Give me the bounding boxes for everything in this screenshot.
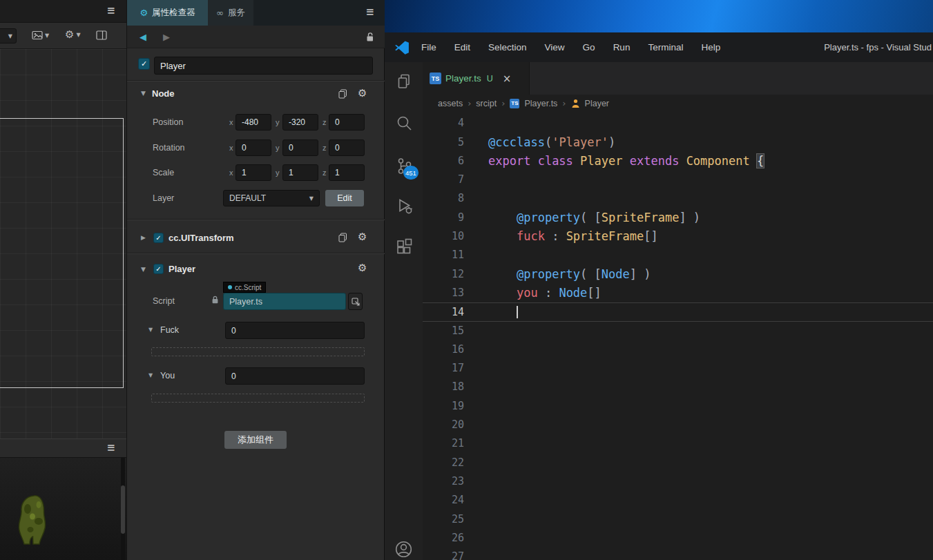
axis-z-label: z [323,168,327,177]
source-control-icon[interactable]: 451 [385,149,423,182]
player-enabled-checkbox[interactable]: ✓ [153,264,164,274]
code-line-24[interactable]: 24 [423,491,933,510]
menu-terminal[interactable]: Terminal [639,42,692,52]
code-line-15[interactable]: 15 [423,322,933,340]
menu-go[interactable]: Go [574,42,604,52]
tab-service[interactable]: ∞ 服务 [208,0,253,26]
preview-scrollbar-thumb[interactable] [121,485,125,534]
position-x-input[interactable] [235,114,271,131]
code-line-23[interactable]: 23 [423,472,933,491]
layer-value: DEFAULT [229,193,266,203]
unlock-icon[interactable] [365,32,374,42]
code-line-21[interactable]: 21 [423,434,933,453]
scale-x-input[interactable] [235,164,271,181]
code-line-12[interactable]: 12 @property( [Node] ) [423,265,933,284]
explorer-icon[interactable] [385,65,423,98]
uitransform-enabled-checkbox[interactable]: ✓ [153,233,164,243]
collapse-icon[interactable]: ▼ [141,266,146,273]
divider [127,219,385,220]
layer-edit-button[interactable]: Edit [325,190,364,206]
history-forward-icon[interactable]: ▶ [163,32,170,42]
code-line-17[interactable]: 17 [423,359,933,378]
position-y-input[interactable] [282,114,318,131]
code-line-27[interactable]: 27 [423,548,933,560]
picker-icon [352,298,360,306]
menu-view[interactable]: View [536,42,574,52]
gizmo-view-dropdown[interactable]: ▼ [32,30,49,41]
tab-player-ts[interactable]: TS Player.ts U × [423,62,530,95]
add-component-button[interactable]: 添加组件 [224,431,287,449]
copy-component-icon[interactable] [338,89,347,99]
code-line-4[interactable]: 4 [423,114,933,133]
copy-component-icon[interactable] [338,233,347,242]
account-icon[interactable] [385,532,423,560]
code-line-25[interactable]: 25 [423,510,933,529]
breadcrumb-symbol[interactable]: Player [585,99,609,108]
rotation-y-input[interactable] [282,139,318,156]
panel-menu-icon[interactable]: ≡ [106,6,115,16]
search-icon[interactable] [385,106,423,139]
tab-inspector-label: 属性检查器 [152,7,195,19]
menu-file[interactable]: File [412,42,445,52]
scale-y-input[interactable] [282,164,318,181]
node-settings-gear-icon[interactable]: ⚙ [358,88,367,99]
script-picker-button[interactable] [348,293,363,310]
collapse-icon[interactable]: ▼ [141,90,146,97]
code-line-22[interactable]: 22 [423,454,933,472]
panel-menu-icon[interactable]: ≡ [365,7,374,17]
scene-settings-dropdown[interactable]: ⚙ ▼ [65,28,81,41]
code-line-10[interactable]: 10 fuck : SpriteFrame[] [423,227,933,246]
position-z-input[interactable] [329,114,365,131]
scale-z-input[interactable] [329,164,365,181]
uitransform-gear-icon[interactable]: ⚙ [358,232,367,242]
code-line-18[interactable]: 18 [423,378,933,396]
code-editor[interactable]: 3const { ccclass, property } = _decorato… [423,112,933,560]
tab-inspector[interactable]: ⚙ 属性检查器 [127,0,208,26]
extensions-icon[interactable] [385,231,423,264]
code-line-7[interactable]: 7 [423,171,933,189]
code-line-11[interactable]: 11 [423,246,933,264]
code-line-9[interactable]: 9 @property( [SpriteFrame] ) [423,209,933,227]
code-line-5[interactable]: 5@ccclass('Player') [423,133,933,152]
menu-selection[interactable]: Selection [479,42,536,52]
line-number: 25 [423,510,464,529]
code-line-6[interactable]: 6export class Player extends Component { [423,152,933,171]
text-cursor [517,306,518,318]
expand-icon[interactable]: ▶ [141,234,146,241]
node-active-checkbox[interactable]: ✓ [138,58,150,70]
rotation-x-input[interactable] [235,139,271,156]
line-number: 26 [423,529,464,548]
code-line-16[interactable]: 16 [423,340,933,359]
code-line-13[interactable]: 13 you : Node[] [423,284,933,302]
run-debug-icon[interactable] [385,189,423,222]
rotation-z-input[interactable] [329,139,365,156]
breadcrumb-assets[interactable]: assets [438,99,463,108]
close-icon[interactable]: × [503,73,512,85]
breadcrumb-file[interactable]: Player.ts [524,99,557,108]
menu-run[interactable]: Run [604,42,639,52]
layer-dropdown[interactable]: DEFAULT ▼ [223,190,320,206]
collapse-icon[interactable]: ▼ [148,372,153,378]
breadcrumb-srcipt[interactable]: srcipt [476,99,497,108]
code-line-8[interactable]: 8 [423,189,933,208]
code-line-26[interactable]: 26 [423,529,933,548]
prop-fuck-input[interactable] [225,322,365,339]
scene-mode-dropdown[interactable]: ▼ [0,28,17,44]
layout-panel-button[interactable] [96,30,107,41]
scene-viewport[interactable] [0,49,126,438]
menu-help[interactable]: Help [692,42,729,52]
prop-you-input[interactable] [225,367,365,385]
menu-edit[interactable]: Edit [445,42,479,52]
collapse-icon[interactable]: ▼ [148,327,153,333]
code-line-19[interactable]: 19 [423,397,933,416]
vscode-titlebar[interactable] [385,0,933,32]
node-name-input[interactable] [154,57,373,75]
component-dot-icon [228,285,232,289]
code-line-14[interactable]: 14 [423,302,933,321]
code-line-20[interactable]: 20 [423,416,933,434]
history-back-icon[interactable]: ◀ [140,32,146,42]
player-gear-icon[interactable]: ⚙ [358,263,367,273]
panel-menu-icon[interactable]: ≡ [106,443,115,453]
code-text: export class Player extends Component { [488,152,764,171]
script-asset-field[interactable]: Player.ts [223,293,346,310]
